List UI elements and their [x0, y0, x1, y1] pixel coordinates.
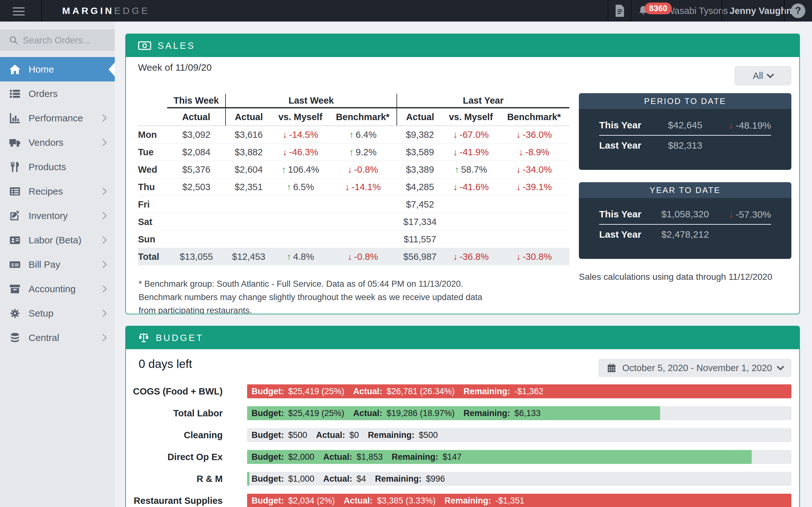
arrow-down-icon: ↓	[453, 251, 458, 262]
arrow-up-icon: ↑	[455, 164, 459, 175]
sales-filter-dropdown[interactable]: All	[734, 66, 792, 86]
active-item-notch	[108, 62, 115, 76]
sidebar-item-orders[interactable]: Orders	[0, 81, 115, 106]
arrow-down-icon: ↓	[516, 130, 521, 140]
ytd-last-year-label: Last Year	[599, 229, 641, 240]
ytd-this-year-value: $1,058,320	[661, 209, 709, 220]
col-header: Benchmark*	[499, 108, 569, 126]
arrow-up-icon: ↑	[349, 130, 354, 140]
ptd-this-year-value: $42,645	[668, 120, 702, 130]
table-cell: $56,987	[397, 248, 443, 266]
table-cell: $3,389	[397, 161, 443, 178]
sales-panel: SALES Week of 11/09/20 This Week Last We…	[125, 34, 800, 314]
sidebar-item-accounting[interactable]: Accounting	[0, 277, 115, 301]
sidebar-menu: HomeOrdersPerformanceVendorsProductsReci…	[0, 57, 115, 350]
table-cell: ↓-0.8%	[329, 248, 397, 266]
data-through-note: Sales calculations using data through 11…	[579, 272, 772, 282]
budget-bar-stats: Budget: $1,000Actual: $4Remaining: $996	[252, 472, 445, 486]
topbar-divider	[784, 0, 785, 21]
budget-date-range-dropdown[interactable]: October 5, 2020 - November 1, 2020	[598, 359, 792, 377]
table-cell: ↓-30.8%	[499, 248, 569, 266]
table-row-total: Total$13,055$12,453↑4.8%↓-0.8%$56,987↓-3…	[138, 248, 569, 266]
sidebar-item-label: Performance	[29, 113, 83, 124]
table-cell: ↓-41.9%	[443, 144, 499, 161]
budget-row-label: Cleaning	[126, 430, 223, 441]
chevron-right-icon	[99, 114, 107, 122]
table-cell: $2,604	[225, 161, 272, 178]
chevron-down-icon	[776, 363, 784, 371]
budget-row-label: Direct Op Ex	[126, 452, 223, 462]
sidebar-item-labor-beta[interactable]: Labor (Beta)	[0, 228, 115, 252]
budget-bar-track: Budget: $2,000Actual: $1,853Remaining: $…	[247, 450, 792, 464]
location-name[interactable]: Wasabi Tysons	[666, 0, 728, 21]
sidebar-item-recipes[interactable]: Recipes	[0, 179, 115, 204]
sidebar-item-central[interactable]: Central	[0, 326, 115, 350]
budget-bar-track: Budget: $500Actual: $0Remaining: $500	[247, 428, 792, 442]
chevron-right-icon	[99, 212, 107, 219]
arrow-up-icon: ↑	[287, 251, 292, 262]
ptd-last-year-value: $82,313	[668, 140, 702, 151]
budget-row-restaurant-supplies: Restaurant SuppliesBudget: $2,034 (2%)Ac…	[126, 494, 799, 507]
sidebar-item-label: Inventory	[29, 210, 67, 221]
table-cell: ↓-46.3%	[272, 144, 329, 161]
help-icon[interactable]: ?	[791, 3, 805, 18]
top-bar: MARGINEDGE 8360 Wasabi Tysons Jenny Vaug…	[0, 0, 812, 21]
sidebar-item-bill-pay[interactable]: $Bill Pay	[0, 252, 115, 277]
hamburger-menu-icon[interactable]	[13, 7, 25, 15]
search-input[interactable]	[22, 30, 112, 51]
calendar-icon	[606, 363, 617, 373]
arrow-down-icon: ↓	[516, 251, 521, 262]
table-cell: ↑9.2%	[329, 144, 397, 161]
arrow-down-icon: ↓	[348, 251, 352, 262]
sidebar-item-performance[interactable]: Performance	[0, 106, 115, 130]
chevron-right-icon	[99, 334, 107, 341]
sidebar-item-home[interactable]: Home	[0, 57, 115, 81]
arrow-down-icon: ↓	[348, 164, 352, 175]
table-cell: ↓-0.8%	[329, 161, 397, 178]
sidebar-item-products[interactable]: Products	[0, 155, 115, 179]
sidebar-item-label: Vendors	[29, 137, 63, 148]
budget-bar-track: Budget: $2,034 (2%)Actual: $3,385 (3.33%…	[247, 494, 792, 507]
document-icon[interactable]	[613, 4, 626, 17]
table-row-fri: Fri$7,452	[138, 196, 569, 213]
topbar-divider	[608, 0, 608, 21]
col-header: vs. Myself	[272, 108, 329, 126]
balance-scale-icon	[138, 333, 149, 343]
arrow-down-icon: ↓	[519, 147, 523, 157]
table-cell: ↑6.4%	[329, 126, 397, 144]
sidebar-item-label: Labor (Beta)	[29, 235, 82, 245]
year-to-date-title: YEAR TO DATE	[579, 182, 792, 198]
table-row-wed: Wed$5,376$2,604↑106.4%↓-0.8%$3,389↑58.7%…	[138, 161, 569, 178]
table-cell: $13,055	[167, 248, 225, 266]
accounting-icon	[8, 282, 22, 296]
table-cell: $3,092	[167, 126, 225, 144]
sidebar-item-label: Home	[29, 64, 54, 75]
sidebar-item-vendors[interactable]: Vendors	[0, 130, 115, 155]
arrow-down-icon: ↓	[453, 147, 458, 157]
budget-row-cleaning: CleaningBudget: $500Actual: $0Remaining:…	[126, 428, 799, 442]
notification-count-badge[interactable]: 8360	[645, 3, 672, 14]
table-cell: ↓-41.6%	[443, 178, 499, 196]
sidebar-item-label: Setup	[29, 308, 53, 319]
budget-row-label: R & M	[126, 474, 223, 484]
user-name[interactable]: Jenny Vaughn	[729, 0, 792, 21]
table-cell: ↑6.5%	[272, 178, 329, 196]
arrow-down-icon: ↓	[516, 164, 521, 175]
table-cell: ↓-14.5%	[272, 126, 329, 144]
sidebar-item-setup[interactable]: Setup	[0, 301, 115, 326]
year-to-date-panel: YEAR TO DATE This Year $1,058,320 ↓-57.3…	[579, 182, 792, 259]
budget-row-label: COGS (Food + BWL)	[126, 386, 223, 397]
arrow-down-icon: ↓	[453, 130, 458, 140]
sidebar-item-inventory[interactable]: Inventory	[0, 204, 115, 228]
col-header: vs. Myself	[443, 108, 499, 126]
chevron-right-icon	[99, 236, 107, 244]
ytd-this-year-change: ↓-57.30%	[728, 209, 771, 220]
table-cell: $4,285	[397, 178, 443, 196]
chevron-down-icon	[766, 71, 774, 78]
brand-logo[interactable]: MARGINEDGE	[62, 0, 150, 21]
table-cell: $2,351	[225, 178, 272, 196]
home-icon	[8, 62, 22, 77]
sales-panel-header: SALES	[126, 34, 799, 57]
arrow-down-icon: ↓	[728, 119, 734, 131]
table-cell: ↓-14.1%	[329, 178, 397, 196]
